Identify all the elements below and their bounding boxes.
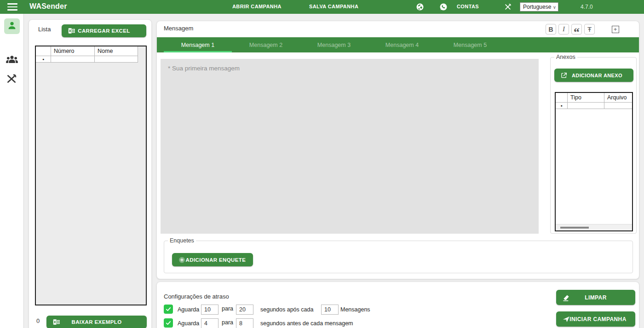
delay-title: Configurações de atraso — [164, 293, 229, 300]
messages-label: Mensagens — [340, 306, 370, 313]
italic-button[interactable]: I — [558, 24, 569, 35]
attachments-table: Tipo Arquivo ● — [555, 92, 633, 231]
language-value: Portuguese — [523, 4, 551, 10]
add-attachment-label: ADICIONAR ANEXO — [572, 73, 622, 78]
download-example-button[interactable]: BAIXAR EXEMPLO — [46, 316, 147, 328]
load-excel-label: CARREGAR EXCEL — [78, 28, 130, 34]
sidebar-item-contacts[interactable] — [4, 18, 20, 34]
save-campaign-button[interactable]: SALVA CAMPANHA — [309, 4, 358, 9]
to-label: para — [222, 305, 233, 312]
table-row: ● — [556, 103, 632, 109]
plus-box-icon: + — [612, 26, 619, 33]
chevron-down-icon: ∨ — [553, 5, 556, 10]
tab-mensagem-4[interactable]: Mensagem 4 — [368, 37, 436, 52]
add-poll-button[interactable]: ADICIONAR ENQUETE — [172, 253, 253, 266]
message-input[interactable] — [161, 59, 539, 234]
column-numero: Número — [51, 46, 95, 56]
contacts-table-header: Número Nome — [36, 46, 146, 56]
send-icon — [562, 315, 570, 323]
download-example-label: BAIXAR EXEMPLO — [71, 319, 121, 325]
polls-title: Enquetes — [168, 237, 196, 244]
app-title: WASender — [29, 2, 67, 11]
start-campaign-label: INICIAR CAMPANHA — [569, 316, 627, 322]
delay-max-input-1[interactable] — [236, 305, 253, 315]
check-icon — [165, 306, 172, 312]
clear-button[interactable]: LIMPAR — [556, 290, 635, 305]
messages-count-input[interactable] — [321, 305, 339, 315]
quote-button[interactable]: “ — [571, 24, 582, 35]
check-icon — [165, 320, 172, 326]
whatsapp-icon[interactable] — [439, 3, 448, 11]
message-panel: Mensagem B I “ Ŧ + Mensagem 1 Mensagem 2… — [156, 21, 639, 279]
arquivo-cell[interactable] — [604, 103, 632, 109]
list-panel: Lista CARREGAR EXCEL Número Nome ● — [29, 19, 152, 328]
attachments-table-header: Tipo Arquivo — [556, 93, 632, 103]
tipo-cell[interactable] — [568, 103, 604, 109]
clear-label: LIMPAR — [585, 294, 607, 301]
add-poll-label: ADICIONAR ENQUETE — [186, 257, 246, 263]
plus-circle-icon — [178, 256, 186, 264]
wait-label: Aguarda — [178, 306, 199, 313]
globe-icon[interactable] — [416, 3, 424, 11]
after-each-label: segundos após cada — [260, 306, 313, 313]
sidebar-item-groups[interactable] — [6, 53, 18, 66]
horizontal-scrollbar[interactable] — [556, 224, 632, 230]
tools-icon[interactable] — [504, 3, 512, 11]
delay-checkbox-1[interactable] — [164, 305, 173, 314]
open-in-new-icon — [560, 72, 568, 79]
add-message-tab-button[interactable]: + — [610, 24, 621, 35]
delay-panel: Configurações de atraso Aguarda para seg… — [156, 282, 639, 328]
new-row-marker: ● — [560, 104, 562, 107]
wasender-window: WASender ABRIR CAMPANHA SALVA CAMPANHA C… — [0, 0, 644, 328]
start-campaign-button[interactable]: INICIAR CAMPANHA — [556, 311, 635, 327]
attachments-groupbox: Anexos ADICIONAR ANEXO Tipo Arquivo ● — [550, 57, 637, 234]
excel-icon — [68, 27, 75, 35]
list-title: Lista — [38, 26, 51, 33]
excel-icon — [52, 318, 60, 326]
scrollbar-thumb[interactable] — [560, 227, 589, 229]
tab-mensagem-2[interactable]: Mensagem 2 — [232, 37, 300, 52]
polls-groupbox: Enquetes ADICIONAR ENQUETE — [164, 241, 633, 273]
before-each-label: segundos antes de cada mensagem — [260, 320, 353, 327]
attachments-title: Anexos — [554, 54, 577, 60]
tab-mensagem-1[interactable]: Mensagem 1 — [164, 37, 232, 52]
bold-button[interactable]: B — [546, 24, 556, 35]
message-tabbar: Mensagem 1 Mensagem 2 Mensagem 3 Mensage… — [157, 37, 639, 52]
open-campaign-button[interactable]: ABRIR CAMPANHA — [232, 4, 282, 9]
accounts-button[interactable]: CONTAS — [457, 4, 479, 9]
new-row-marker: ● — [42, 58, 44, 61]
to-label: para — [222, 319, 233, 326]
person-icon — [7, 20, 17, 32]
tab-mensagem-3[interactable]: Mensagem 3 — [300, 37, 368, 52]
column-nome: Nome — [95, 46, 138, 56]
contacts-table: Número Nome ● — [35, 46, 147, 305]
load-excel-button[interactable]: CARREGAR EXCEL — [62, 24, 146, 37]
numero-cell[interactable] — [51, 56, 95, 63]
wait-label: Aguarda — [178, 320, 199, 327]
row-count: 0 — [36, 317, 40, 324]
table-row: ● — [36, 56, 146, 63]
sidebar-item-tools[interactable] — [6, 73, 18, 86]
column-arquivo: Arquivo — [604, 93, 632, 103]
version-label: 4.7.0 — [581, 4, 593, 10]
menu-icon[interactable] — [7, 3, 17, 11]
delay-max-input-2[interactable] — [236, 318, 253, 328]
strikethrough-button[interactable]: Ŧ — [584, 24, 595, 35]
delay-min-input-2[interactable] — [201, 318, 218, 328]
message-title: Mensagem — [164, 25, 193, 32]
nome-cell[interactable] — [95, 56, 138, 63]
column-tipo: Tipo — [568, 93, 604, 103]
group-icon — [6, 60, 18, 68]
wrench-screwdriver-icon — [6, 78, 17, 86]
delay-checkbox-2[interactable] — [164, 318, 173, 328]
delay-min-input-1[interactable] — [201, 305, 218, 315]
icon-sidebar — [0, 14, 24, 328]
add-attachment-button[interactable]: ADICIONAR ANEXO — [554, 69, 633, 82]
tab-mensagem-5[interactable]: Mensagem 5 — [436, 37, 504, 52]
language-select[interactable]: Portuguese ∨ — [520, 2, 558, 12]
topbar: WASender ABRIR CAMPANHA SALVA CAMPANHA C… — [0, 0, 644, 14]
eraser-icon — [562, 293, 570, 302]
